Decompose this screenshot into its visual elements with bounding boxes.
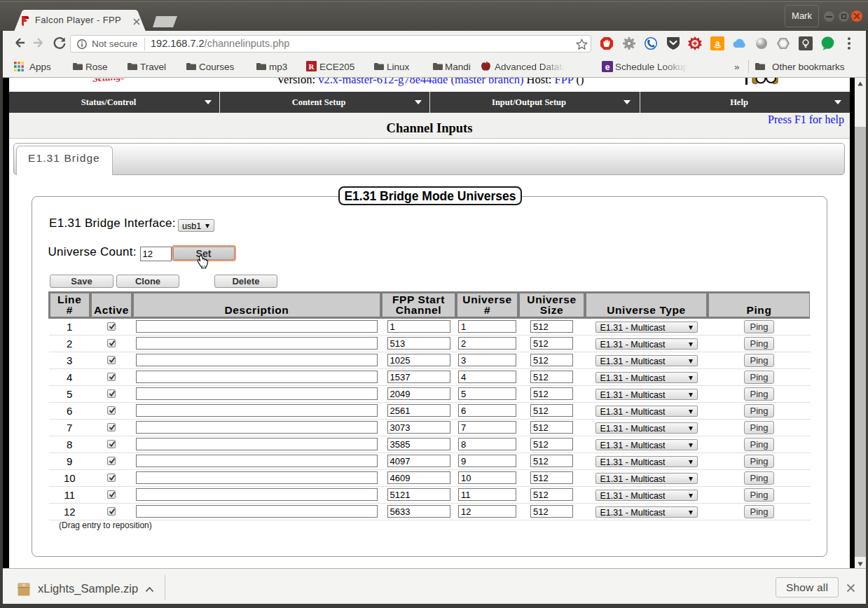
svg-text:e: e [605, 62, 610, 72]
svg-text:R: R [309, 62, 315, 71]
svg-text:a: a [715, 39, 720, 48]
